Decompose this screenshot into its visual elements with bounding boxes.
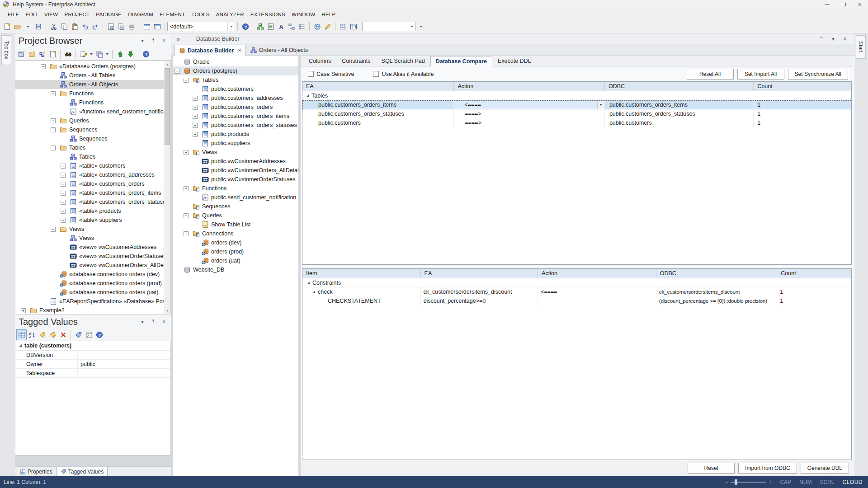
tree-item-sequences[interactable]: Sequences (173, 202, 298, 211)
tree-item-database-connection-orders-dev[interactable]: «database connection» orders (dev) (15, 270, 164, 279)
pk3-icon[interactable]: A (276, 21, 286, 32)
copy-icon[interactable] (59, 21, 69, 32)
tree-item-public-customers-orders-statuses[interactable]: +public.customers_orders_statuses (173, 121, 298, 130)
maximize-button[interactable] (835, 0, 852, 9)
expander-plus-icon[interactable]: + (51, 118, 56, 123)
tree-item-views[interactable]: −Views (15, 225, 164, 234)
bino-icon[interactable] (63, 49, 73, 60)
tree-item-orders-all-objects[interactable]: Orders - All Objects (15, 80, 164, 89)
tree-item-public-customers-orders-items[interactable]: +public.customers_orders_items (173, 112, 298, 121)
tree-item-sequences[interactable]: −Sequences (15, 125, 164, 134)
chevron-up-icon[interactable]: ⌃ (818, 36, 825, 42)
dg-icon[interactable] (37, 49, 47, 60)
menu-analyzer[interactable]: ANALYZER (213, 9, 247, 20)
pin-icon[interactable] (150, 38, 156, 44)
tree-item-eareportspecification-database-postgr[interactable]: «EAReportSpecification» «Database» Postg… (15, 297, 164, 306)
grid1-icon[interactable] (338, 21, 348, 32)
tree-item-example2[interactable]: +Example2 (15, 306, 164, 314)
pk-icon[interactable] (16, 49, 27, 60)
close-panel-icon[interactable]: × (161, 38, 167, 44)
scroll-up-icon[interactable]: ▲ (164, 61, 171, 68)
dropdown-caret-icon[interactable] (415, 21, 426, 32)
menu-diagram[interactable]: DIAGRAM (125, 9, 156, 20)
tree-item-view-vwcustomeraddresses[interactable]: «view» vwCustomerAddresses (15, 243, 164, 252)
collapse-chevrons-icon[interactable]: » (176, 35, 180, 42)
del-icon[interactable] (58, 329, 68, 340)
dropdown-caret-icon[interactable] (104, 49, 110, 60)
close-pane-icon[interactable]: × (842, 36, 848, 42)
redo-icon[interactable] (90, 21, 100, 32)
menu-package[interactable]: PACKAGE (93, 9, 125, 20)
pk4-icon[interactable] (286, 21, 297, 32)
tree-item-orders-postgres[interactable]: −Orders (postgres) (173, 66, 298, 75)
help-icon[interactable]: ? (141, 49, 151, 60)
search-combo[interactable] (362, 22, 415, 31)
reset-all-button[interactable]: Reset All (687, 69, 734, 80)
pk1-icon[interactable] (255, 21, 265, 32)
menu-element[interactable]: ELEMENT (156, 9, 188, 20)
expander-minus-icon[interactable]: − (184, 78, 189, 83)
style-combo[interactable]: <default> (167, 22, 235, 31)
reset-button[interactable]: Reset (688, 463, 735, 474)
menu-tools[interactable]: TOOLS (188, 9, 212, 20)
set-synchronize-all-button[interactable]: Set Synchronize All (788, 69, 848, 80)
tag-row-owner[interactable]: Ownerpublic (15, 360, 170, 369)
tree-item-function-send-customer-notifica[interactable]: fx«function» send_customer_notifica (15, 107, 164, 116)
tree-item-views[interactable]: Views (15, 234, 164, 243)
panel-menu-icon[interactable]: ▾ (830, 36, 836, 42)
panel-menu-icon[interactable]: ▾ (139, 38, 146, 44)
column-header-ea[interactable]: EA (302, 82, 454, 91)
expander-minus-icon[interactable]: − (51, 145, 56, 150)
tree-item-view-vwcustomerorders-alldeta[interactable]: «view» vwCustomerOrders_AllDeta (15, 261, 164, 270)
undo-icon[interactable] (80, 21, 90, 32)
checkbox-box[interactable] (308, 71, 314, 77)
expander-plus-icon[interactable]: + (193, 123, 198, 128)
dropdown-caret-icon[interactable] (23, 21, 33, 32)
down-icon[interactable] (125, 49, 136, 60)
expander-plus-icon[interactable]: + (21, 308, 26, 313)
expander-plus-icon[interactable]: + (61, 182, 66, 187)
tree-item-database-orders-postgres[interactable]: −«Database» Orders (postgres) (15, 62, 164, 71)
el-icon[interactable] (47, 49, 58, 60)
menu-view[interactable]: VIEW (41, 9, 61, 20)
expanded-triangle-icon[interactable] (312, 291, 315, 293)
expander-plus-icon[interactable]: + (193, 105, 198, 110)
tree-item-oracle[interactable]: Oracle (173, 57, 298, 66)
toolbox-side-tab[interactable]: Toolbox (1, 35, 11, 65)
panel-menu-icon[interactable]: ▾ (139, 319, 146, 325)
save-icon[interactable] (33, 21, 43, 32)
expander-minus-icon[interactable]: − (51, 227, 56, 232)
expander-plus-icon[interactable]: + (193, 114, 198, 119)
expander-plus-icon[interactable]: + (61, 200, 66, 205)
expander-minus-icon[interactable]: − (184, 150, 189, 155)
tree-item-public-customers-orders[interactable]: +public.customers_orders (173, 103, 298, 112)
generate-ddl-button[interactable]: Generate DDL (801, 463, 849, 474)
up-icon[interactable] (115, 49, 125, 60)
menu-extensions[interactable]: EXTENSIONS (247, 9, 288, 20)
tree-item-show-table-list[interactable]: sqlShow Table List (173, 220, 298, 229)
tree-item-database-connection-orders-prod[interactable]: «database connection» orders (prod) (15, 279, 164, 288)
pencil-icon[interactable] (322, 21, 333, 32)
set-import-all-button[interactable]: Set Import All (737, 69, 784, 80)
tab-columns[interactable]: Columns (303, 56, 336, 66)
pk2-icon[interactable] (265, 21, 276, 32)
expander-plus-icon[interactable]: + (61, 173, 66, 178)
scrollbar[interactable]: ▲ ▼ (164, 61, 170, 314)
column-header-odbc[interactable]: ODBC (656, 269, 778, 278)
doc-tab-orders-all-objects[interactable]: Orders - All Objects (246, 45, 312, 56)
import-from-odbc-button[interactable]: Import from ODBC (738, 463, 797, 474)
tag-icon[interactable] (73, 329, 84, 340)
close-button[interactable]: × (852, 0, 868, 9)
expander-plus-icon[interactable]: + (193, 96, 198, 101)
tree-item-public-send-customer-notification[interactable]: fxpublic.send_customer_notification (173, 193, 298, 202)
zoom-slider[interactable]: − + (725, 479, 772, 485)
paste-icon[interactable] (69, 21, 80, 32)
column-header-action[interactable]: Action (454, 82, 604, 91)
start-side-tab[interactable]: Start (856, 35, 866, 59)
edit-icon[interactable] (78, 49, 89, 60)
column-header-count[interactable]: Count (754, 82, 851, 91)
expander-plus-icon[interactable]: + (193, 132, 198, 137)
constraint-row-check[interactable]: checkck_customersordersitems_discount<==… (302, 287, 851, 296)
expander-plus-icon[interactable]: + (61, 164, 66, 169)
expander-plus-icon[interactable]: + (61, 191, 66, 196)
